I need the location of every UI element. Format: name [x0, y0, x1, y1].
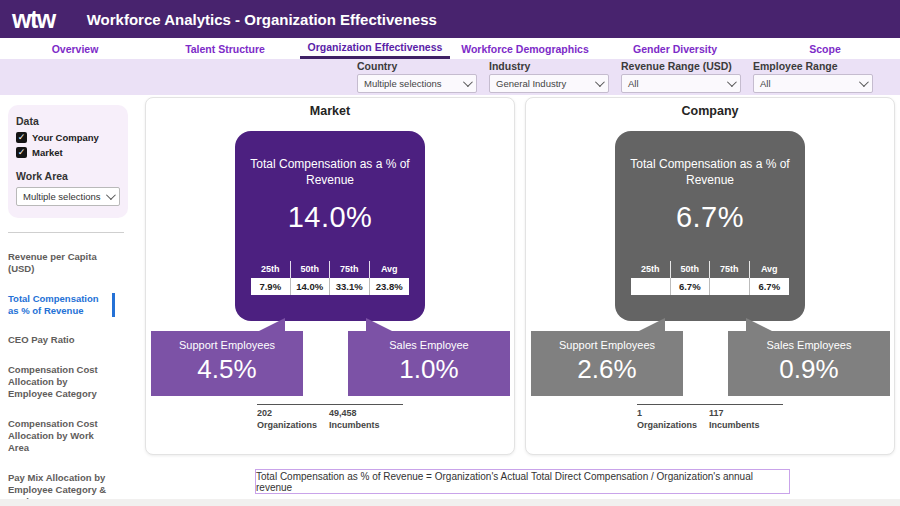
- callout-value: 1.0%: [348, 354, 510, 385]
- percentile-value: 7.9%: [251, 278, 291, 295]
- percentile-value: 14.0%: [291, 278, 331, 295]
- company-sales-employees-callout: Sales Employees 0.9%: [728, 331, 890, 396]
- callout-value: 4.5%: [151, 354, 303, 385]
- stat-label: Incumbents: [329, 419, 380, 431]
- data-section-label: Data: [16, 115, 120, 127]
- callout-value: 2.6%: [531, 354, 683, 385]
- filter-employee-range-value: All: [760, 78, 771, 89]
- app-header: wtw Workforce Analytics - Organization E…: [0, 0, 900, 38]
- checkbox-checked-icon: ✓: [16, 132, 27, 143]
- filter-employee-range-label: Employee Range: [753, 60, 873, 72]
- market-percentile-values: 7.9% 14.0% 33.1% 23.8%: [251, 278, 409, 295]
- chevron-down-icon: [463, 77, 473, 87]
- menu-item-ceo-pay-ratio[interactable]: CEO Pay Ratio: [8, 334, 115, 346]
- filter-revenue-range: Revenue Range (USD) All: [621, 60, 741, 93]
- filter-revenue-range-label: Revenue Range (USD): [621, 60, 741, 72]
- market-card: Market Total Compensation as a % of Reve…: [145, 97, 515, 455]
- percentile-header: 75th: [330, 261, 370, 278]
- filter-employee-range: Employee Range All: [753, 60, 873, 93]
- filter-revenue-range-value: All: [628, 78, 639, 89]
- menu-item-comp-cost-by-employee-category[interactable]: Compensation Cost Allocation by Employee…: [8, 364, 115, 401]
- company-stats: 1 Organizations 117 Incumbents: [637, 404, 783, 431]
- filter-revenue-range-dropdown[interactable]: All: [621, 74, 741, 93]
- percentile-value: [710, 278, 750, 295]
- company-support-employees-callout: Support Employees 2.6%: [531, 331, 683, 396]
- checkbox-market-label: Market: [32, 147, 63, 158]
- sidebar: Data ✓ Your Company ✓ Market Work Area M…: [0, 95, 138, 506]
- percentile-value: 6.7%: [671, 278, 711, 295]
- bottom-strip: [0, 499, 900, 506]
- percentile-value: 6.7%: [750, 278, 790, 295]
- tab-bar: Overview Talent Structure Organization E…: [0, 38, 900, 59]
- stat-label: Incumbents: [709, 419, 760, 431]
- company-percentile-headers: 25th 50th 75th Avg: [631, 261, 789, 278]
- tab-overview[interactable]: Overview: [0, 38, 150, 59]
- market-stats: 202 Organizations 49,458 Incumbents: [257, 404, 403, 431]
- company-metric-box: Total Compensation as a % of Revenue 6.7…: [615, 131, 805, 321]
- percentile-value: 33.1%: [330, 278, 370, 295]
- company-percentile-values: 6.7% 6.7%: [631, 278, 789, 295]
- work-area-dropdown[interactable]: Multiple selections: [16, 187, 120, 206]
- menu-item-total-compensation[interactable]: Total Compensation as % of Revenue: [8, 293, 115, 318]
- stat-value: 202: [257, 407, 329, 419]
- market-card-title: Market: [146, 104, 514, 118]
- percentile-header: 50th: [671, 261, 711, 278]
- market-percentile-headers: 25th 50th 75th Avg: [251, 261, 409, 278]
- tab-scope[interactable]: Scope: [750, 38, 900, 59]
- stat-label: Organizations: [257, 419, 329, 431]
- company-percentile-table: 25th 50th 75th Avg 6.7% 6.7%: [631, 261, 789, 295]
- tab-organization-effectiveness[interactable]: Organization Effectiveness: [300, 38, 450, 59]
- percentile-header: 25th: [251, 261, 291, 278]
- metric-menu: Revenue per Capita (USD) Total Compensat…: [8, 251, 138, 506]
- percentile-value: 23.8%: [370, 278, 410, 295]
- wtw-logo: wtw: [12, 7, 55, 32]
- market-organizations-stat: 202 Organizations: [257, 407, 329, 431]
- stat-label: Organizations: [637, 419, 709, 431]
- filter-country-value: Multiple selections: [364, 78, 442, 89]
- market-incumbents-stat: 49,458 Incumbents: [329, 407, 380, 431]
- tab-workforce-demographics[interactable]: Workforce Demographics: [450, 38, 600, 59]
- percentile-header: Avg: [750, 261, 790, 278]
- company-metric-title: Total Compensation as a % of Revenue: [615, 131, 805, 188]
- company-card: Company Total Compensation as a % of Rev…: [525, 97, 895, 455]
- company-incumbents-stat: 117 Incumbents: [709, 407, 760, 431]
- work-area-value: Multiple selections: [23, 191, 101, 202]
- chevron-down-icon: [106, 190, 116, 200]
- menu-item-revenue-per-capita[interactable]: Revenue per Capita (USD): [8, 251, 115, 276]
- filter-industry-label: Industry: [489, 60, 609, 72]
- market-metric-box: Total Compensation as a % of Revenue 14.…: [235, 131, 425, 321]
- callout-label: Sales Employees: [728, 339, 890, 351]
- tab-talent-structure[interactable]: Talent Structure: [150, 38, 300, 59]
- checkbox-your-company[interactable]: ✓ Your Company: [16, 132, 120, 143]
- percentile-header: 50th: [291, 261, 331, 278]
- market-support-employees-callout: Support Employees 4.5%: [151, 331, 303, 396]
- market-metric-value: 14.0%: [235, 201, 425, 234]
- chevron-down-icon: [859, 77, 869, 87]
- checkbox-market[interactable]: ✓ Market: [16, 147, 120, 158]
- callout-label: Sales Employee: [348, 339, 510, 351]
- percentile-header: 25th: [631, 261, 671, 278]
- checkbox-checked-icon: ✓: [16, 147, 27, 158]
- filter-country-dropdown[interactable]: Multiple selections: [357, 74, 477, 93]
- stat-value: 117: [709, 407, 760, 419]
- work-area-label: Work Area: [16, 170, 120, 182]
- dashboard-page: wtw Workforce Analytics - Organization E…: [0, 0, 900, 506]
- percentile-header: 75th: [710, 261, 750, 278]
- callout-label: Support Employees: [531, 339, 683, 351]
- stat-value: 1: [637, 407, 709, 419]
- filter-country: Country Multiple selections: [357, 60, 477, 93]
- chevron-down-icon: [727, 77, 737, 87]
- percentile-value: [631, 278, 671, 295]
- filter-industry-dropdown[interactable]: General Industry: [489, 74, 609, 93]
- checkbox-your-company-label: Your Company: [32, 132, 99, 143]
- filter-employee-range-dropdown[interactable]: All: [753, 74, 873, 93]
- percentile-header: Avg: [370, 261, 410, 278]
- menu-item-comp-cost-by-work-area[interactable]: Compensation Cost Allocation by Work Are…: [8, 418, 115, 455]
- tab-gender-diversity[interactable]: Gender Diversity: [600, 38, 750, 59]
- callout-value: 0.9%: [728, 354, 890, 385]
- company-metric-value: 6.7%: [615, 201, 805, 234]
- market-sales-employee-callout: Sales Employee 1.0%: [348, 331, 510, 396]
- chevron-down-icon: [595, 77, 605, 87]
- stat-value: 49,458: [329, 407, 380, 419]
- sidebar-filter-panel: Data ✓ Your Company ✓ Market Work Area M…: [8, 105, 128, 218]
